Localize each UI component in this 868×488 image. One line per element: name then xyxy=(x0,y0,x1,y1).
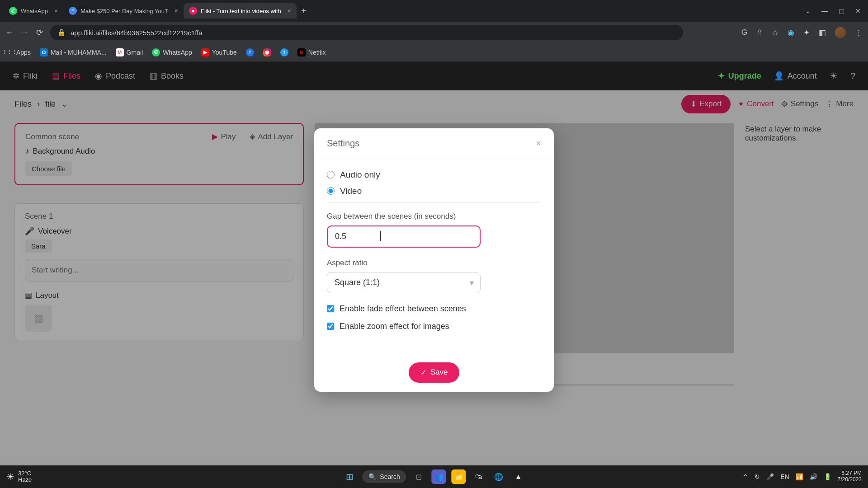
task-view-icon[interactable]: ⊡ xyxy=(412,469,426,484)
browser-tab-active[interactable]: ● Fliki - Turn text into videos with × xyxy=(184,3,297,19)
brand-logo[interactable]: ✲Fliki xyxy=(13,71,38,81)
checkbox-input[interactable] xyxy=(327,305,334,312)
reload-button[interactable]: ⟳ xyxy=(36,28,43,38)
divider xyxy=(327,202,541,203)
app-body: Files › file ⌄ ⬇Export ✦Convert ⚙Setting… xyxy=(0,90,868,465)
aspect-select[interactable]: Square (1:1) xyxy=(327,272,481,293)
account-button[interactable]: 👤Account xyxy=(774,71,817,81)
search-button[interactable]: 🔍Search xyxy=(362,470,406,483)
bookmarks-bar: ⋮⋮⋮Apps OMail - MUHAMMA... MGmail ✆Whats… xyxy=(0,43,868,61)
podcast-icon: ◉ xyxy=(95,71,102,81)
clock[interactable]: 6:27 PM7/20/2023 xyxy=(838,470,862,483)
extension-icon[interactable]: ◉ xyxy=(788,28,794,38)
sync-icon[interactable]: ↻ xyxy=(755,473,760,480)
nav-podcast[interactable]: ◉Podcast xyxy=(95,71,135,81)
window-controls: ⌄ — ▢ ✕ xyxy=(805,7,864,14)
nav-books[interactable]: ▥Books xyxy=(150,71,184,81)
modal-overlay[interactable]: Settings × Audio only Video Gap between … xyxy=(0,90,868,465)
close-icon[interactable]: × xyxy=(536,138,541,149)
chevron-up-icon[interactable]: ⌃ xyxy=(743,473,748,480)
close-icon[interactable]: × xyxy=(288,7,291,14)
bookmark-item[interactable]: NNetflix xyxy=(297,48,326,56)
bookmark-item[interactable]: t xyxy=(280,48,288,56)
browser-tab[interactable]: ≡ Make $250 Per Day Making YouT × xyxy=(63,3,184,19)
close-window-icon[interactable]: ✕ xyxy=(855,7,861,14)
radio-input[interactable] xyxy=(327,171,335,178)
star-icon[interactable]: ☆ xyxy=(772,28,778,38)
radio-input[interactable] xyxy=(327,187,335,195)
gear-icon: ✲ xyxy=(13,71,19,81)
language-icon[interactable]: EN xyxy=(780,473,789,480)
weather-widget[interactable]: ☀ 32°CHaze xyxy=(6,470,32,483)
sun-icon: ☀ xyxy=(6,471,14,482)
translate-icon[interactable]: G xyxy=(741,28,747,37)
explorer-icon[interactable]: 📁 xyxy=(452,469,466,484)
store-icon[interactable]: 🛍 xyxy=(472,469,486,484)
apps-bookmark[interactable]: ⋮⋮⋮Apps xyxy=(5,48,31,56)
gap-label: Gap between the scenes (in seconds) xyxy=(327,212,541,221)
gap-input[interactable] xyxy=(327,225,481,248)
zoom-checkbox-row[interactable]: Enable zoom effect for images xyxy=(327,322,541,331)
settings-modal: Settings × Audio only Video Gap between … xyxy=(314,128,554,392)
extensions-icon[interactable]: ✦ xyxy=(803,28,810,38)
minimize-icon[interactable]: — xyxy=(821,7,828,14)
upgrade-button[interactable]: ✦Upgrade xyxy=(718,71,761,81)
aspect-label: Aspect ratio xyxy=(327,258,541,267)
close-icon[interactable]: × xyxy=(54,7,58,14)
bookmark-item[interactable]: OMail - MUHAMMA... xyxy=(40,48,107,56)
chevron-down-icon[interactable]: ⌄ xyxy=(805,7,811,14)
teams-icon[interactable]: 👥 xyxy=(432,469,446,484)
share-icon[interactable]: ⇪ xyxy=(756,28,763,38)
check-icon: ✓ xyxy=(420,368,427,377)
forward-button[interactable]: → xyxy=(21,28,29,38)
mic-icon[interactable]: 🎤 xyxy=(766,473,774,480)
video-option[interactable]: Video xyxy=(327,186,541,196)
new-tab-button[interactable]: + xyxy=(301,6,307,16)
bookmark-item[interactable]: ◉ xyxy=(263,48,271,56)
browser-tab-strip: ✆ WhatsApp × ≡ Make $250 Per Day Making … xyxy=(0,0,868,22)
bookmark-item[interactable]: ✆WhatsApp xyxy=(152,48,192,56)
lock-icon: 🔒 xyxy=(57,28,66,37)
fliki-icon: ● xyxy=(189,7,197,15)
audio-only-option[interactable]: Audio only xyxy=(327,170,541,180)
docs-icon: ≡ xyxy=(69,7,77,15)
address-bar: ← → ⟳ 🔒 app.fliki.ai/files/64b936255522c… xyxy=(0,22,868,43)
wifi-icon[interactable]: 📶 xyxy=(796,473,803,480)
modal-title: Settings xyxy=(327,138,359,149)
battery-icon[interactable]: 🔋 xyxy=(824,473,831,480)
text-cursor xyxy=(380,231,381,241)
tab-title: WhatsApp xyxy=(21,8,48,14)
book-icon: ▥ xyxy=(150,71,157,81)
tab-title: Make $250 Per Day Making YouT xyxy=(80,8,168,14)
nav-files[interactable]: ▤Files xyxy=(52,71,80,81)
user-icon: 👤 xyxy=(774,71,784,81)
help-icon[interactable]: ? xyxy=(850,71,855,81)
browser-tab[interactable]: ✆ WhatsApp × xyxy=(4,3,63,19)
bookmark-item[interactable]: f xyxy=(246,48,254,56)
file-icon: ▤ xyxy=(52,71,60,81)
search-icon: 🔍 xyxy=(368,473,376,480)
maximize-icon[interactable]: ▢ xyxy=(839,7,844,14)
chrome-icon[interactable]: 🌐 xyxy=(491,469,506,484)
close-icon[interactable]: × xyxy=(175,7,178,14)
bookmark-item[interactable]: MGmail xyxy=(116,48,143,56)
fade-checkbox-row[interactable]: Enable fade effect between scenes xyxy=(327,304,541,314)
start-button[interactable]: ⊞ xyxy=(342,469,357,484)
save-button[interactable]: ✓Save xyxy=(409,362,460,383)
app-navbar: ✲Fliki ▤Files ◉Podcast ▥Books ✦Upgrade 👤… xyxy=(0,61,868,90)
url-text: app.fliki.ai/files/64b936255522cd12219c1… xyxy=(71,29,203,37)
url-field[interactable]: 🔒 app.fliki.ai/files/64b936255522cd12219… xyxy=(50,25,683,40)
bookmark-item[interactable]: ▶YouTube xyxy=(201,48,237,56)
windows-taskbar: ☀ 32°CHaze ⊞ 🔍Search ⊡ 👥 📁 🛍 🌐 ▲ ⌃ ↻ 🎤 E… xyxy=(0,465,868,488)
whatsapp-icon: ✆ xyxy=(9,7,17,15)
back-button[interactable]: ← xyxy=(5,28,14,38)
sidepanel-icon[interactable]: ◧ xyxy=(819,28,826,38)
theme-toggle-icon[interactable]: ☀ xyxy=(830,70,838,81)
menu-icon[interactable]: ⋮ xyxy=(855,28,863,38)
volume-icon[interactable]: 🔊 xyxy=(810,473,817,480)
checkbox-input[interactable] xyxy=(327,323,334,330)
sparkle-icon: ✦ xyxy=(718,71,725,81)
tab-title: Fliki - Turn text into videos with xyxy=(201,8,281,14)
profile-avatar[interactable] xyxy=(835,27,846,38)
app-icon[interactable]: ▲ xyxy=(511,469,526,484)
